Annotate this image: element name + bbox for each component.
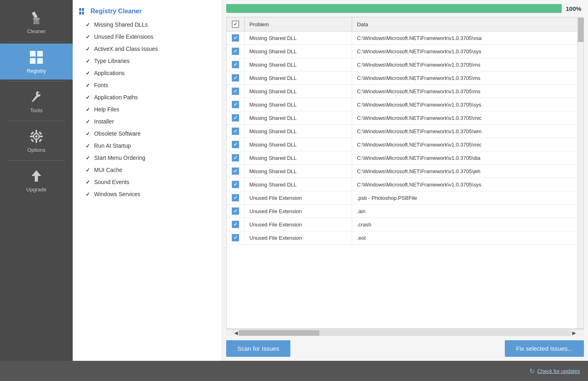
sidebar-item-options[interactable]: Options [0, 123, 73, 159]
nav-item[interactable]: ✓Application Paths [73, 91, 222, 103]
row-checkbox-cell[interactable] [227, 98, 244, 111]
nav-item[interactable]: ✓Missing Shared DLLs [73, 19, 222, 31]
nav-item[interactable]: ✓Start Menu Ordering [73, 152, 222, 164]
row-checkbox-cell[interactable] [227, 58, 244, 71]
sidebar-divider-4 [7, 160, 65, 161]
table-wrapper: Problem Data Missing Shared DLL C:\Windo… [226, 17, 584, 329]
table-header-data: Data [352, 17, 583, 31]
sidebar-divider-1 [7, 42, 65, 42]
table-row: Unused File Extension .crash [227, 218, 584, 231]
row-checkbox[interactable] [232, 141, 239, 148]
row-checkbox-cell[interactable] [227, 231, 244, 245]
row-checkbox[interactable] [232, 114, 239, 121]
row-checkbox-cell[interactable] [227, 71, 244, 85]
row-checkbox[interactable] [232, 34, 239, 42]
vertical-scrollbar[interactable] [577, 17, 584, 329]
progress-label: 100% [566, 5, 584, 12]
row-data: .eot [352, 231, 583, 245]
row-checkbox[interactable] [232, 154, 239, 161]
row-checkbox-cell[interactable] [227, 45, 244, 58]
row-checkbox-cell[interactable] [227, 178, 244, 191]
row-checkbox[interactable] [232, 167, 239, 175]
nav-item[interactable]: ✓Installer [73, 115, 222, 128]
row-checkbox[interactable] [232, 181, 239, 188]
table-row: Missing Shared DLL C:\Windows\Microsoft.… [227, 58, 584, 71]
nav-item[interactable]: ✓Run At Startup [73, 140, 222, 152]
progress-bar-fill [226, 4, 562, 13]
sidebar-divider-2 [7, 81, 65, 82]
row-problem: Missing Shared DLL [244, 45, 352, 58]
row-problem: Missing Shared DLL [244, 111, 352, 125]
nav-checkmark: ✓ [86, 119, 90, 125]
row-checkbox-cell[interactable] [227, 218, 244, 231]
nav-item[interactable]: ✓ActiveX and Class Issues [73, 43, 222, 55]
row-checkbox[interactable] [232, 61, 239, 68]
svg-rect-14 [39, 132, 42, 135]
nav-item[interactable]: ✓Fonts [73, 79, 222, 91]
nav-item[interactable]: ✓Type Libraries [73, 55, 222, 67]
row-checkbox-cell[interactable] [227, 125, 244, 138]
h-scroll-track[interactable] [239, 330, 571, 336]
nav-checkmark: ✓ [86, 179, 90, 185]
h-scroll-left-arrow[interactable]: ◀ [233, 330, 239, 336]
svg-rect-13 [31, 132, 34, 135]
nav-item[interactable]: ✓Windows Services [73, 188, 222, 200]
nav-item[interactable]: ✓Sound Events [73, 176, 222, 188]
sidebar-item-tools[interactable]: Tools [0, 83, 73, 119]
sidebar-item-cleaner[interactable]: Cleaner [0, 4, 73, 40]
h-scroll-right-arrow[interactable]: ▶ [571, 330, 577, 336]
table-row: Missing Shared DLL C:\Windows\Microsoft.… [227, 71, 584, 85]
row-checkbox[interactable] [232, 221, 239, 228]
svg-rect-6 [37, 58, 43, 64]
row-checkbox-cell[interactable] [227, 85, 244, 98]
nav-item[interactable]: ✓Help Files [73, 103, 222, 115]
row-checkbox[interactable] [232, 234, 239, 241]
row-checkbox[interactable] [232, 128, 239, 135]
table-row: Unused File Extension .psb - Photoshop.P… [227, 191, 584, 205]
fix-button[interactable]: Fix selected Issues... [505, 340, 584, 357]
svg-rect-12 [40, 136, 43, 137]
row-data: C:\Windows\Microsoft.NET\Framework\v1.0.… [352, 151, 583, 165]
nav-checkmark: ✓ [86, 82, 90, 88]
row-checkbox-cell[interactable] [227, 138, 244, 151]
scrollbar-thumb[interactable] [578, 18, 584, 42]
header-checkbox[interactable] [232, 21, 239, 28]
table-row: Unused File Extension .ain [227, 205, 584, 218]
upgrade-icon [28, 168, 44, 184]
sidebar-item-registry[interactable]: Registry [0, 44, 73, 80]
row-checkbox[interactable] [232, 207, 239, 215]
sidebar: Cleaner Registry Tools [0, 0, 73, 361]
row-checkbox-cell[interactable] [227, 111, 244, 125]
sidebar-item-upgrade[interactable]: Upgrade [0, 162, 73, 198]
row-problem: Missing Shared DLL [244, 151, 352, 165]
nav-item[interactable]: ✓Unused File Extensions [73, 31, 222, 43]
nav-item-label: MUI Cache [94, 167, 122, 173]
table-row: Missing Shared DLL C:\Windows\Microsoft.… [227, 31, 584, 45]
sidebar-registry-label: Registry [27, 68, 46, 74]
nav-item[interactable]: ✓Applications [73, 67, 222, 79]
progress-bar-bg [226, 4, 562, 13]
row-checkbox[interactable] [232, 74, 239, 82]
row-checkbox-cell[interactable] [227, 165, 244, 178]
nav-item[interactable]: ✓Obsolete Software [73, 128, 222, 140]
row-checkbox[interactable] [232, 194, 239, 201]
row-checkbox-cell[interactable] [227, 31, 244, 45]
h-scroll-thumb[interactable] [239, 330, 319, 336]
nav-list: Registry Cleaner ✓Missing Shared DLLs✓Un… [73, 0, 222, 361]
row-checkbox-cell[interactable] [227, 191, 244, 205]
row-problem: Missing Shared DLL [244, 71, 352, 85]
row-checkbox[interactable] [232, 48, 239, 55]
horizontal-scrollbar[interactable]: ◀ ▶ [226, 329, 584, 336]
check-updates-link[interactable]: Check for updates [537, 368, 580, 374]
nav-item-label: Applications [94, 70, 125, 76]
row-checkbox[interactable] [232, 88, 239, 95]
scan-button[interactable]: Scan for Issues [226, 340, 290, 357]
nav-section-title: Registry Cleaner [73, 4, 222, 19]
row-checkbox-cell[interactable] [227, 205, 244, 218]
footer: ↻ Check for updates [0, 361, 588, 381]
row-problem: Missing Shared DLL [244, 138, 352, 151]
nav-item[interactable]: ✓MUI Cache [73, 164, 222, 176]
nav-item-label: Start Menu Ordering [94, 155, 145, 161]
row-checkbox-cell[interactable] [227, 151, 244, 165]
row-checkbox[interactable] [232, 101, 239, 108]
